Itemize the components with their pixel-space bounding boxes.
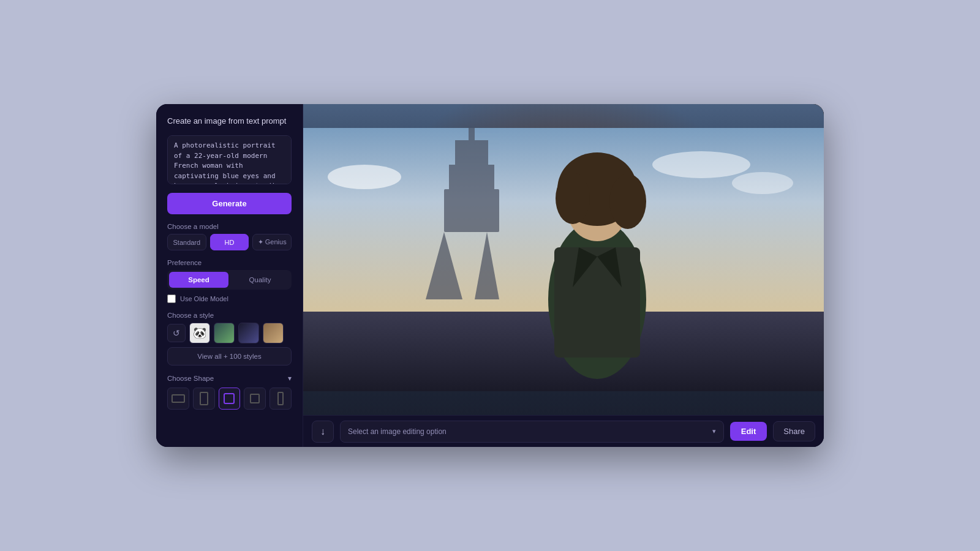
model-hd-button[interactable]: HD [210,234,249,250]
image-area [303,104,824,415]
style-grid: ↺ 🐼 [167,323,292,343]
style-refresh-button[interactable]: ↺ [167,324,186,342]
preference-section-label: Preference [167,259,292,266]
preference-quality-button[interactable]: Quality [230,272,290,288]
shape-chevron-icon: ▾ [288,374,292,383]
model-section: Choose a model Standard HD ✦ Genius [167,223,292,250]
download-icon: ↓ [320,426,325,437]
svg-rect-13 [554,247,640,358]
model-options-row: Standard HD ✦ Genius [167,234,292,250]
shape-portrait-icon [200,392,208,405]
generated-image [303,104,824,415]
editing-select-text: Select an image editing option [348,427,447,436]
style-thumb-warm[interactable] [263,323,284,343]
shape-portrait-button[interactable] [193,388,215,410]
svg-rect-7 [469,128,475,143]
choose-shape-label: Choose Shape [167,375,214,382]
style-section: Choose a style ↺ 🐼 View all + 100 styles [167,312,292,365]
generate-button[interactable]: Generate [167,193,292,214]
download-button[interactable]: ↓ [312,421,334,443]
bottom-bar: ↓ Select an image editing option ▾ Edit … [303,415,824,447]
preference-row: Speed Quality [167,270,292,290]
preference-speed-button[interactable]: Speed [169,272,228,288]
svg-point-11 [609,174,646,229]
svg-point-18 [732,172,793,194]
prompt-textarea[interactable]: A photorealistic portrait of a 22-year-o… [167,135,292,184]
share-button[interactable]: Share [773,421,815,441]
preference-section: Preference Speed Quality Use Olde Model [167,259,292,303]
model-section-label: Choose a model [167,223,292,230]
panel-title: Create an image from text prompt [167,116,292,126]
svg-point-17 [652,151,750,178]
model-standard-button[interactable]: Standard [167,234,206,250]
editing-option-select[interactable]: Select an image editing option ▾ [340,421,724,443]
model-genius-button[interactable]: ✦ Genius [252,234,292,250]
image-svg [303,104,824,415]
svg-point-16 [328,165,401,189]
shape-landscape-button[interactable] [167,388,189,410]
olde-model-label: Use Olde Model [180,295,228,302]
right-panel: ↓ Select an image editing option ▾ Edit … [303,104,824,447]
shape-square-button[interactable] [219,388,241,410]
svg-rect-5 [449,165,494,192]
editing-chevron-icon: ▾ [712,427,716,435]
shape-tall-thin-icon [277,392,284,405]
shape-landscape-icon [172,394,185,403]
person-silhouette [548,152,646,379]
app-container: Create an image from text prompt A photo… [156,104,824,447]
svg-point-12 [556,173,590,224]
shape-small-wide-icon [250,394,260,403]
shape-tall-thin-button[interactable] [270,388,292,410]
style-thumb-panda[interactable]: 🐼 [189,323,210,343]
choose-shape-row[interactable]: Choose Shape ▾ [167,374,292,383]
left-panel: Create an image from text prompt A photo… [156,104,303,447]
style-thumb-dark[interactable] [238,323,259,343]
olde-model-checkbox[interactable] [167,294,176,303]
svg-rect-6 [455,140,488,168]
edit-button[interactable]: Edit [730,422,767,441]
shape-square-icon [224,393,235,404]
svg-rect-4 [444,189,499,232]
style-section-label: Choose a style [167,312,292,319]
shape-section: Choose Shape ▾ [167,374,292,410]
view-all-styles-button[interactable]: View all + 100 styles [167,347,292,365]
shape-options-row [167,388,292,410]
shape-small-wide-button[interactable] [244,388,266,410]
style-thumb-forest[interactable] [214,323,235,343]
